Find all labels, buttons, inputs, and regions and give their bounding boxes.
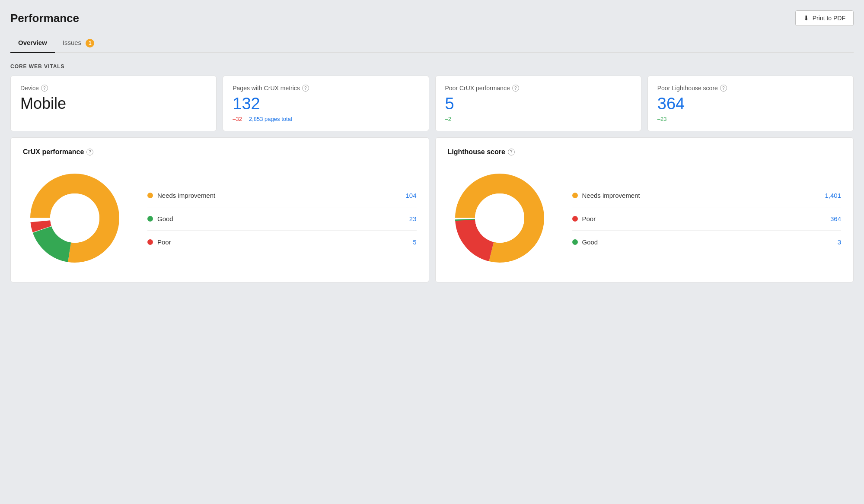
issues-badge: 1 (86, 39, 94, 48)
poor-crux-value: 5 (445, 95, 631, 113)
tab-issues[interactable]: Issues 1 (55, 35, 102, 53)
lighthouse-chart-body: Needs improvement 1,401 Poor 364 Good 3 (448, 166, 842, 272)
print-button-label: Print to PDF (813, 15, 845, 22)
poor-lighthouse-value: 364 (657, 95, 844, 113)
pages-crux-value: 132 (233, 95, 419, 113)
good-dot (147, 216, 153, 222)
lighthouse-chart-title: Lighthouse score ? (448, 148, 842, 156)
summary-cards: Device ? Mobile Pages with CrUX metrics … (10, 76, 854, 131)
lh-legend-good: Good 3 (572, 238, 842, 246)
lh-needs-improvement-value: 1,401 (824, 192, 841, 199)
tab-issues-label: Issues (63, 39, 81, 46)
print-icon: ⬇ (803, 14, 809, 22)
poor-crux-sub: –2 (445, 116, 631, 122)
lh-poor-dot (572, 216, 578, 222)
lh-legend-separator-2 (572, 230, 842, 231)
device-help-icon[interactable]: ? (41, 85, 48, 92)
lh-good-label: Good (582, 238, 820, 246)
lh-poor-value: 364 (824, 215, 841, 222)
svg-point-7 (475, 193, 524, 243)
lh-legend-poor: Poor 364 (572, 215, 842, 222)
legend-good: Good 23 (147, 215, 417, 222)
poor-lighthouse-card: Poor Lighthouse score ? 364 –23 (647, 76, 854, 131)
lighthouse-score-chart: Lighthouse score ? (435, 137, 854, 282)
lh-legend-needs-improvement: Needs improvement 1,401 (572, 192, 842, 199)
poor-lighthouse-help-icon[interactable]: ? (720, 85, 727, 92)
page-title: Performance (10, 12, 79, 25)
pages-crux-label: Pages with CrUX metrics ? (233, 85, 419, 92)
legend-separator-2 (147, 230, 417, 231)
lighthouse-legend: Needs improvement 1,401 Poor 364 Good 3 (572, 192, 842, 246)
lh-good-value: 3 (824, 238, 841, 246)
crux-legend: Needs improvement 104 Good 23 Poor 5 (147, 192, 417, 246)
section-title: CORE WEB VITALS (10, 63, 854, 70)
svg-point-3 (50, 193, 99, 243)
legend-separator-1 (147, 207, 417, 207)
crux-chart-body: Needs improvement 104 Good 23 Poor 5 (23, 166, 417, 272)
tab-overview[interactable]: Overview (10, 35, 55, 53)
tab-bar: Overview Issues 1 (10, 35, 854, 53)
good-label: Good (157, 215, 395, 222)
poor-crux-change: –2 (445, 116, 451, 122)
crux-performance-chart: CrUX performance ? (10, 137, 429, 282)
device-label: Device ? (20, 85, 207, 92)
lh-legend-separator-1 (572, 207, 842, 207)
device-card: Device ? Mobile (10, 76, 217, 131)
needs-improvement-dot (147, 193, 153, 198)
device-value: Mobile (20, 95, 207, 112)
poor-value: 5 (399, 238, 417, 246)
poor-crux-label: Poor CrUX performance ? (445, 85, 631, 92)
crux-donut (23, 166, 127, 272)
legend-needs-improvement: Needs improvement 104 (147, 192, 417, 199)
lh-good-dot (572, 239, 578, 245)
crux-chart-title: CrUX performance ? (23, 148, 417, 156)
print-button[interactable]: ⬇ Print to PDF (795, 10, 854, 26)
lh-poor-label: Poor (582, 215, 820, 222)
lighthouse-donut (448, 166, 552, 272)
poor-lighthouse-label: Poor Lighthouse score ? (657, 85, 844, 92)
good-value: 23 (399, 215, 417, 222)
lh-needs-improvement-label: Needs improvement (582, 192, 820, 199)
poor-lighthouse-sub: –23 (657, 116, 844, 122)
charts-row: CrUX performance ? (10, 137, 854, 282)
pages-crux-change: –32 (233, 116, 242, 122)
legend-poor: Poor 5 (147, 238, 417, 246)
needs-improvement-label: Needs improvement (157, 192, 395, 199)
lighthouse-chart-help-icon[interactable]: ? (508, 149, 515, 155)
crux-chart-help-icon[interactable]: ? (86, 149, 93, 155)
poor-label: Poor (157, 238, 395, 246)
poor-dot (147, 239, 153, 245)
pages-crux-sub: –32 2,853 pages total (233, 116, 419, 122)
pages-crux-total[interactable]: 2,853 pages total (249, 116, 292, 122)
poor-lighthouse-change: –23 (657, 116, 667, 122)
poor-crux-card: Poor CrUX performance ? 5 –2 (435, 76, 641, 131)
needs-improvement-value: 104 (399, 192, 417, 199)
lh-needs-improvement-dot (572, 193, 578, 198)
pages-crux-help-icon[interactable]: ? (302, 85, 309, 92)
pages-crux-card: Pages with CrUX metrics ? 132 –32 2,853 … (223, 76, 429, 131)
page-header: Performance ⬇ Print to PDF (10, 10, 854, 26)
poor-crux-help-icon[interactable]: ? (512, 85, 519, 92)
